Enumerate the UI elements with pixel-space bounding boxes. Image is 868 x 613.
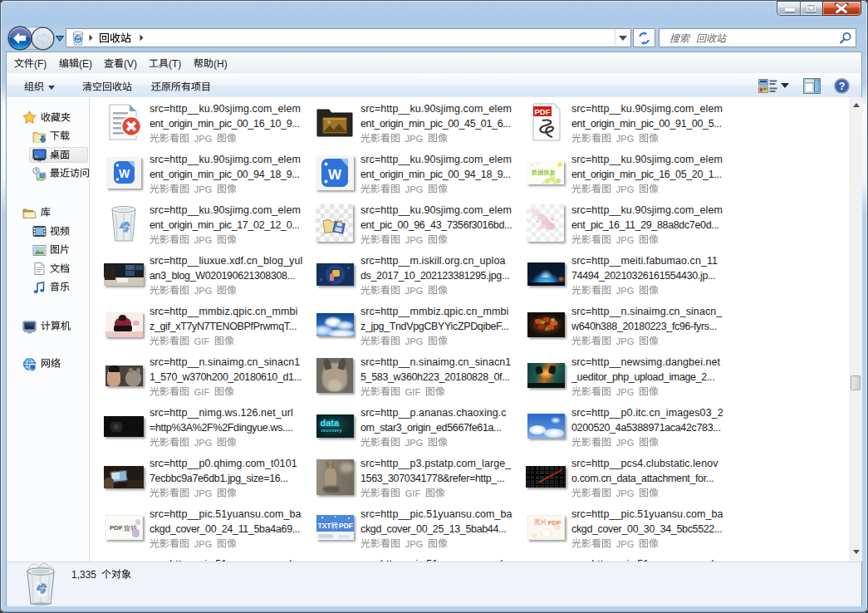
svg-text:PDF: PDF bbox=[339, 522, 353, 530]
svg-text:(F): (F) bbox=[34, 58, 47, 70]
svg-text:(H): (H) bbox=[213, 58, 228, 70]
svg-text:(T): (T) bbox=[169, 58, 181, 70]
svg-text:JPG: JPG bbox=[405, 539, 423, 549]
svg-text:JPG: JPG bbox=[194, 286, 212, 296]
svg-text:GIF: GIF bbox=[194, 387, 210, 397]
svg-text:GIF: GIF bbox=[194, 336, 210, 346]
svg-text:1,335: 1,335 bbox=[71, 569, 96, 581]
svg-text:JPG: JPG bbox=[194, 539, 212, 549]
svg-text:PDF: PDF bbox=[535, 107, 551, 116]
svg-text:JPG: JPG bbox=[616, 336, 634, 346]
svg-text:JPG: JPG bbox=[405, 438, 423, 448]
svg-text:JPG: JPG bbox=[194, 184, 212, 194]
svg-text:?: ? bbox=[839, 81, 846, 92]
svg-text:JPG: JPG bbox=[616, 286, 634, 296]
svg-text:TXT: TXT bbox=[317, 522, 331, 530]
svg-text:JPG: JPG bbox=[616, 539, 634, 549]
svg-text:(E): (E) bbox=[79, 58, 92, 70]
svg-text:JPG: JPG bbox=[616, 235, 634, 245]
svg-text:W: W bbox=[119, 167, 130, 180]
svg-text:JPG: JPG bbox=[405, 286, 423, 296]
svg-text:JPG: JPG bbox=[405, 235, 423, 245]
svg-text:PDF: PDF bbox=[110, 524, 123, 532]
svg-text:W: W bbox=[328, 167, 342, 183]
svg-text:JPG: JPG bbox=[616, 488, 634, 498]
svg-text:JPG: JPG bbox=[616, 134, 634, 144]
svg-text:JPG: JPG bbox=[616, 438, 634, 448]
svg-text:JPG: JPG bbox=[194, 235, 212, 245]
svg-text:JPG: JPG bbox=[616, 387, 634, 397]
svg-text:JPG: JPG bbox=[405, 336, 423, 346]
svg-text:JPG: JPG bbox=[405, 184, 423, 194]
svg-text:JPG: JPG bbox=[194, 488, 212, 498]
svg-text:(V): (V) bbox=[124, 58, 137, 70]
svg-text:GIF: GIF bbox=[405, 387, 421, 397]
svg-text:JPG: JPG bbox=[405, 134, 423, 144]
svg-text:JPG: JPG bbox=[616, 184, 634, 194]
svg-text:GIF: GIF bbox=[405, 488, 421, 498]
svg-text:JPG: JPG bbox=[194, 438, 212, 448]
svg-text:JPG: JPG bbox=[194, 134, 212, 144]
